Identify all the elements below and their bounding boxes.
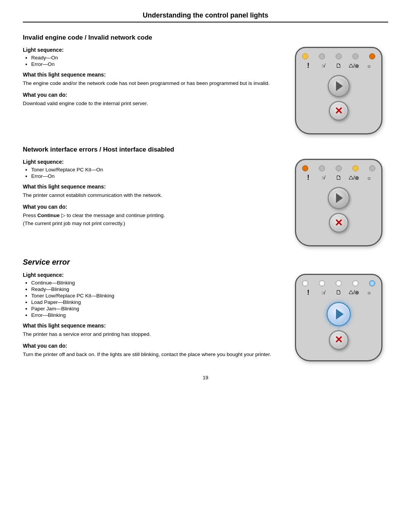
section1-what-means: What this light sequence means: The engi… bbox=[23, 72, 278, 87]
list-item: Ready—Blinking bbox=[31, 286, 278, 292]
light-off-3 bbox=[352, 53, 358, 59]
list-item: Error—Blinking bbox=[31, 312, 278, 318]
error-icon2: ! bbox=[302, 174, 314, 182]
page-number: 19 bbox=[23, 375, 388, 380]
error-icon3: ! bbox=[302, 289, 314, 297]
ready-icon3: :√ bbox=[317, 290, 330, 296]
section3-what-do: What you can do: Turn the printer off an… bbox=[23, 343, 278, 358]
section3-do-label: What you can do: bbox=[23, 343, 278, 349]
cancel-button-panel3: ✕ bbox=[329, 330, 349, 350]
paper-icon3: 🗋 bbox=[333, 289, 345, 296]
section1-heading-container: Invalid engine code / Invalid network co… bbox=[23, 34, 388, 42]
light-blink-2 bbox=[319, 280, 325, 286]
section2: Light sequence: Toner Low/Replace PC Kit… bbox=[23, 159, 388, 246]
page-title: Understanding the control panel lights bbox=[23, 11, 388, 19]
section3-light-sequence: Light sequence: Continue—Blinking Ready—… bbox=[23, 272, 278, 318]
list-item: Continue—Blinking bbox=[31, 280, 278, 286]
list-item: Load Paper—Blinking bbox=[31, 299, 278, 305]
panel1-lights-row bbox=[302, 53, 375, 59]
section1-do-text: Download valid engine code to the intern… bbox=[23, 100, 278, 107]
section2-light-label: Light sequence: bbox=[23, 159, 278, 165]
light-off-4 bbox=[319, 165, 325, 171]
play-icon bbox=[336, 81, 343, 91]
section1-light-list: Ready—On Error—On bbox=[23, 55, 278, 67]
section3-left: Light sequence: Continue—Blinking Ready—… bbox=[23, 272, 278, 363]
continue-button-panel1 bbox=[328, 75, 350, 97]
section1-do-label: What you can do: bbox=[23, 92, 278, 98]
section2-heading-container: Network interface errors / Host interfac… bbox=[23, 146, 388, 153]
list-item: Error—On bbox=[31, 173, 278, 179]
printer-panel-2: ! :√ 🗋 ♺/⊗ ☼ ✕ bbox=[295, 159, 382, 246]
panel2-buttons: ✕ bbox=[328, 187, 350, 233]
paper-icon2: 🗋 bbox=[333, 174, 345, 181]
panel2-lights-row bbox=[302, 165, 375, 171]
section1-heading: Invalid engine code / Invalid network co… bbox=[23, 34, 388, 42]
cancel-button-panel2: ✕ bbox=[329, 213, 349, 233]
play-icon3 bbox=[336, 309, 344, 320]
section3-means-label: What this light sequence means: bbox=[23, 323, 278, 329]
panel2-icons-row: ! :√ 🗋 ♺/⊗ ☼ bbox=[302, 174, 375, 182]
light-off-2 bbox=[336, 53, 342, 59]
list-item: Error—On bbox=[31, 61, 278, 67]
printer-panel-1: ! :√ 🗋 ♺/⊗ ☼ ✕ bbox=[295, 47, 382, 134]
panel3-icons-row: ! :√ 🗋 ♺/⊗ ☼ bbox=[302, 289, 375, 297]
section1: Light sequence: Ready—On Error—On What t… bbox=[23, 47, 388, 134]
title-divider bbox=[23, 22, 388, 22]
section3-light-label: Light sequence: bbox=[23, 272, 278, 278]
continue-icon2: ☼ bbox=[363, 175, 375, 181]
light-blink-4 bbox=[352, 280, 358, 286]
continue-inline: Continue bbox=[37, 212, 60, 218]
section2-light-list: Toner Low/Replace PC Kit—On Error—On bbox=[23, 167, 278, 179]
continue-icon: ☼ bbox=[363, 63, 375, 69]
toner-icon2: ♺/⊗ bbox=[348, 175, 360, 181]
toner-icon3: ♺/⊗ bbox=[348, 289, 360, 296]
page-title-section: Understanding the control panel lights bbox=[23, 11, 388, 22]
section3: Light sequence: Continue—Blinking Ready—… bbox=[23, 272, 388, 363]
continue-icon3: ☼ bbox=[363, 289, 375, 296]
section1-left: Light sequence: Ready—On Error—On What t… bbox=[23, 47, 278, 134]
light-blink-5 bbox=[369, 280, 375, 286]
list-item: Paper Jam—Blinking bbox=[31, 306, 278, 312]
list-item: Toner Low/Replace PC Kit—Blinking bbox=[31, 293, 278, 299]
panel3-lights-row bbox=[302, 280, 375, 286]
section3-means-text: The printer has a service error and prin… bbox=[23, 331, 278, 338]
section3-do-text: Turn the printer off and back on. If the… bbox=[23, 351, 278, 358]
light-off-5 bbox=[336, 165, 342, 171]
panel1-icons-row: ! :√ 🗋 ♺/⊗ ☼ bbox=[302, 62, 375, 70]
cancel-button-panel1: ✕ bbox=[329, 101, 349, 121]
toner-icon: ♺/⊗ bbox=[348, 63, 360, 69]
light-blink-3 bbox=[336, 280, 342, 286]
light-ready-on bbox=[302, 53, 308, 59]
panel1-buttons: ✕ bbox=[328, 75, 350, 121]
section3-heading-container: Service error bbox=[23, 258, 388, 267]
list-item: Toner Low/Replace PC Kit—On bbox=[31, 167, 278, 173]
service-panel-button-area bbox=[327, 302, 351, 330]
light-blink-1 bbox=[302, 280, 308, 286]
continue-button-panel2 bbox=[328, 187, 350, 209]
light-error-on bbox=[369, 53, 375, 59]
section2-do-text: Press Continue ▷ to clear the message an… bbox=[23, 212, 278, 227]
section3-light-list: Continue—Blinking Ready—Blinking Toner L… bbox=[23, 280, 278, 318]
section3-what-means: What this light sequence means: The prin… bbox=[23, 323, 278, 338]
printer-panel-3: ! :√ 🗋 ♺/⊗ ☼ bbox=[295, 274, 382, 361]
light-toner-on bbox=[352, 165, 358, 171]
section2-what-do: What you can do: Press Continue ▷ to cle… bbox=[23, 204, 278, 227]
section2-light-sequence: Light sequence: Toner Low/Replace PC Kit… bbox=[23, 159, 278, 179]
section1-light-sequence: Light sequence: Ready—On Error—On bbox=[23, 47, 278, 67]
section2-what-means: What this light sequence means: The prin… bbox=[23, 184, 278, 199]
section1-what-do: What you can do: Download valid engine c… bbox=[23, 92, 278, 107]
section3-heading: Service error bbox=[23, 258, 388, 267]
light-error-on2 bbox=[302, 165, 308, 171]
play-icon2 bbox=[336, 193, 343, 203]
section2-panel-image: ! :√ 🗋 ♺/⊗ ☼ ✕ bbox=[289, 159, 388, 246]
ready-icon: :√ bbox=[317, 63, 330, 69]
section1-light-label: Light sequence: bbox=[23, 47, 278, 53]
section2-left: Light sequence: Toner Low/Replace PC Kit… bbox=[23, 159, 278, 246]
continue-button-panel3 bbox=[327, 302, 351, 326]
error-icon: ! bbox=[302, 62, 314, 70]
section1-panel-image: ! :√ 🗋 ♺/⊗ ☼ ✕ bbox=[289, 47, 388, 134]
section1-means-label: What this light sequence means: bbox=[23, 72, 278, 78]
light-off-1 bbox=[319, 53, 325, 59]
section1-means-text: The engine code and/or the network code … bbox=[23, 80, 278, 87]
ready-icon2: :√ bbox=[317, 175, 330, 181]
